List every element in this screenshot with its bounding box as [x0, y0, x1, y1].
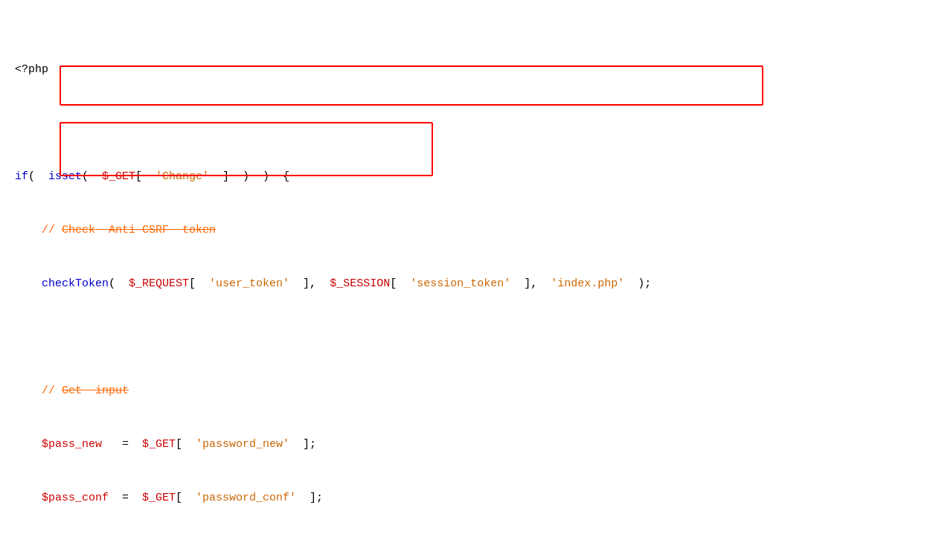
line-comment-get: // Get input: [15, 382, 921, 400]
line-blank-3: [15, 543, 921, 560]
code-viewer: <?php if( isset( $_GET[ 'Change' ] ) ) {…: [15, 7, 921, 560]
line-php-tag: <?php: [15, 61, 921, 79]
line-pass-new: $pass_new = $_GET[ 'password_new' ];: [15, 436, 921, 454]
line-pass-conf: $pass_conf = $_GET[ 'password_conf' ];: [15, 489, 921, 507]
line-checktoken: checkToken( $_REQUEST[ 'user_token' ], $…: [15, 275, 921, 293]
line-blank-1: [15, 115, 921, 132]
line-if-isset: if( isset( $_GET[ 'Change' ] ) ) {: [15, 168, 921, 186]
line-blank-2: [15, 329, 921, 347]
line-comment-check: // Check Anti-CSRF token: [15, 222, 921, 239]
